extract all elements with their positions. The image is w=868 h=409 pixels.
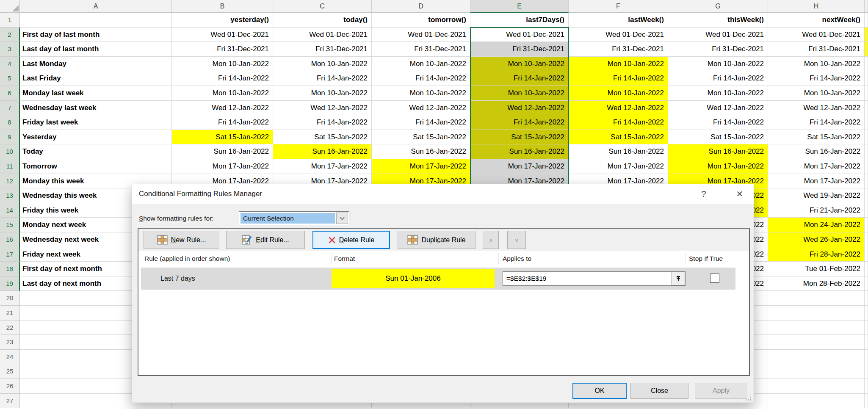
cell-E7[interactable]: Wed 12-Jan-2022 <box>470 101 569 116</box>
cell-H19[interactable]: Mon 28-Feb-2022 <box>768 276 865 291</box>
edit-rule-button[interactable]: Edit Rule... <box>226 231 305 249</box>
row-header-20[interactable]: 20 <box>0 291 20 306</box>
cell-B9[interactable]: Sat 15-Jan-2022 <box>172 130 273 145</box>
cell-I23[interactable] <box>865 335 868 350</box>
cell-G3[interactable]: Fri 31-Dec-2021 <box>668 42 768 57</box>
cell-A10[interactable]: Today <box>20 144 172 159</box>
cell-I15[interactable] <box>865 218 868 232</box>
column-header-H[interactable]: H <box>768 0 865 13</box>
cell-F2[interactable]: Wed 01-Dec-2021 <box>569 28 668 42</box>
cell-I13[interactable] <box>865 188 868 203</box>
cell-A8[interactable]: Friday last week <box>20 115 172 130</box>
cell-D4[interactable]: Mon 10-Jan-2022 <box>372 57 470 72</box>
row-header-17[interactable]: 17 <box>0 247 20 262</box>
cell-G9[interactable]: Sat 15-Jan-2022 <box>668 130 768 145</box>
column-header-I[interactable] <box>865 0 868 13</box>
cell-H24[interactable] <box>768 350 865 365</box>
cell-E8[interactable]: Fri 14-Jan-2022 <box>470 115 569 130</box>
cell-B11[interactable]: Mon 17-Jan-2022 <box>172 159 273 174</box>
column-header-F[interactable]: F <box>569 0 668 13</box>
cell-D5[interactable]: Fri 14-Jan-2022 <box>372 71 470 86</box>
row-header-11[interactable]: 11 <box>0 159 20 174</box>
cell-C7[interactable]: Wed 12-Jan-2022 <box>273 101 372 116</box>
move-rule-down-button[interactable]: ∨ <box>507 231 526 249</box>
cell-I20[interactable] <box>865 291 868 306</box>
cell-H17[interactable]: Fri 28-Jan-2022 <box>768 247 865 262</box>
new-rule-button[interactable]: New Rule... <box>144 231 219 249</box>
cell-H13[interactable]: Wed 19-Jan-2022 <box>768 188 865 203</box>
cell-G5[interactable]: Fri 14-Jan-2022 <box>668 71 768 86</box>
row-header-7[interactable]: 7 <box>0 101 20 116</box>
row-header-22[interactable]: 22 <box>0 321 20 335</box>
cell-B3[interactable]: Fri 31-Dec-2021 <box>172 42 273 57</box>
cell-H20[interactable] <box>768 291 865 306</box>
cell-E4[interactable]: Mon 10-Jan-2022 <box>470 57 569 72</box>
cell-I5[interactable] <box>865 71 868 86</box>
cell-D1[interactable]: tomorrow() <box>372 13 470 28</box>
cell-H9[interactable]: Sat 15-Jan-2022 <box>768 130 865 145</box>
cell-H3[interactable]: Fri 31-Dec-2021 <box>768 42 865 57</box>
row-header-1[interactable]: 1 <box>0 13 20 28</box>
cell-I25[interactable] <box>865 364 868 379</box>
cell-H2[interactable]: Wed 01-Dec-2021 <box>768 28 865 42</box>
cell-H23[interactable] <box>768 335 865 350</box>
cell-I6[interactable] <box>865 86 868 101</box>
cell-I10[interactable] <box>865 144 868 159</box>
column-header-A[interactable]: A <box>20 0 172 13</box>
close-button[interactable]: Close <box>630 383 688 399</box>
cell-E9[interactable]: Sat 15-Jan-2022 <box>470 130 569 145</box>
move-rule-up-button[interactable]: ∧ <box>483 231 499 249</box>
cell-E6[interactable]: Mon 10-Jan-2022 <box>470 86 569 101</box>
row-header-26[interactable]: 26 <box>0 379 20 394</box>
cell-H4[interactable]: Mon 10-Jan-2022 <box>768 57 865 72</box>
cell-I16[interactable] <box>865 232 868 247</box>
cell-H16[interactable]: Wed 26-Jan-2022 <box>768 232 865 247</box>
row-header-2[interactable]: 2 <box>0 28 20 42</box>
cell-F3[interactable]: Fri 31-Dec-2021 <box>569 42 668 57</box>
cell-G4[interactable]: Mon 10-Jan-2022 <box>668 57 768 72</box>
delete-rule-button[interactable]: Delete Rule <box>312 231 390 249</box>
cell-H14[interactable]: Fri 21-Jan-2022 <box>768 203 865 218</box>
cell-H1[interactable]: nextWeek() <box>768 13 865 28</box>
cell-G1[interactable]: thisWeek() <box>668 13 768 28</box>
row-header-15[interactable]: 15 <box>0 218 20 232</box>
cell-D2[interactable]: Wed 01-Dec-2021 <box>372 28 470 42</box>
cell-H5[interactable]: Fri 14-Jan-2022 <box>768 71 865 86</box>
cell-H8[interactable]: Fri 14-Jan-2022 <box>768 115 865 130</box>
cell-I14[interactable] <box>865 203 868 218</box>
cell-F9[interactable]: Sat 15-Jan-2022 <box>569 130 668 145</box>
row-header-24[interactable]: 24 <box>0 350 20 365</box>
cell-C8[interactable]: Fri 14-Jan-2022 <box>273 115 372 130</box>
row-header-14[interactable]: 14 <box>0 203 20 218</box>
row-header-18[interactable]: 18 <box>0 262 20 276</box>
cell-A6[interactable]: Monday last week <box>20 86 172 101</box>
apply-button[interactable]: Apply <box>695 383 747 399</box>
cell-D8[interactable]: Fri 14-Jan-2022 <box>372 115 470 130</box>
cell-C1[interactable]: today() <box>273 13 372 28</box>
cell-F8[interactable]: Fri 14-Jan-2022 <box>569 115 668 130</box>
cell-I24[interactable] <box>865 350 868 365</box>
cell-E5[interactable]: Fri 14-Jan-2022 <box>470 71 569 86</box>
cell-H6[interactable]: Mon 10-Jan-2022 <box>768 86 865 101</box>
column-header-C[interactable]: C <box>273 0 372 13</box>
cell-A7[interactable]: Wednesday last week <box>20 101 172 116</box>
row-header-25[interactable]: 25 <box>0 364 20 379</box>
row-header-27[interactable]: 27 <box>0 394 20 409</box>
cell-I19[interactable] <box>865 276 868 291</box>
stop-if-true-checkbox[interactable] <box>710 274 719 283</box>
cell-I18[interactable] <box>865 262 868 276</box>
cell-G6[interactable]: Mon 10-Jan-2022 <box>668 86 768 101</box>
cell-H7[interactable]: Wed 12-Jan-2022 <box>768 101 865 116</box>
cell-I12[interactable] <box>865 174 868 189</box>
row-header-8[interactable]: 8 <box>0 115 20 130</box>
cell-C3[interactable]: Fri 31-Dec-2021 <box>273 42 372 57</box>
cell-E10[interactable]: Sun 16-Jan-2022 <box>470 144 569 159</box>
row-header-5[interactable]: 5 <box>0 71 20 86</box>
cell-H10[interactable]: Sun 16-Jan-2022 <box>768 144 865 159</box>
cell-I8[interactable] <box>865 115 868 130</box>
cell-C6[interactable]: Mon 10-Jan-2022 <box>273 86 372 101</box>
cell-D10[interactable]: Sun 16-Jan-2022 <box>372 144 470 159</box>
row-header-10[interactable]: 10 <box>0 144 20 159</box>
cell-B2[interactable]: Wed 01-Dec-2021 <box>172 28 273 42</box>
cell-A5[interactable]: Last Friday <box>20 71 172 86</box>
